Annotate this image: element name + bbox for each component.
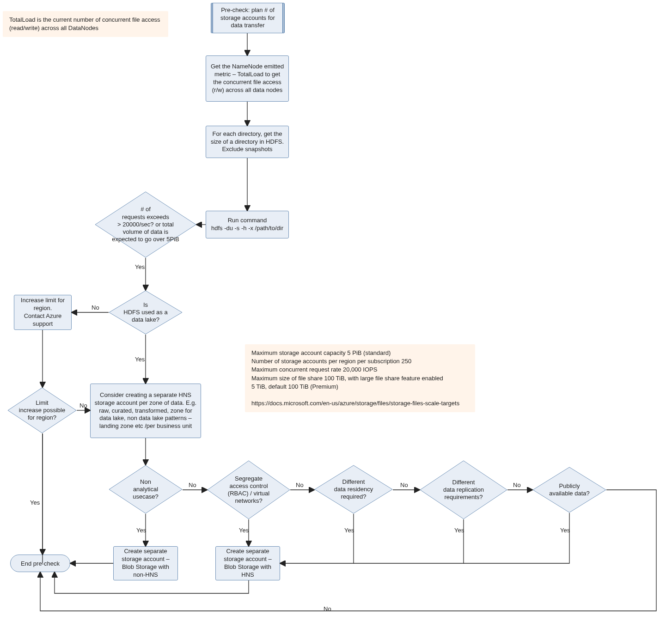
label-yes-4: Yes [136, 527, 146, 534]
box-precheck: Pre-check: plan # of storage accounts fo… [211, 3, 285, 33]
decision-datalake: Is HDFS used as a data lake? [109, 290, 183, 335]
decision-limit-possible: Limit increase possible for region? [7, 387, 77, 433]
box-namenode: Get the NameNode emitted metric – TotalL… [206, 55, 289, 102]
box-dirsize: For each directory, get the size of a di… [206, 126, 289, 158]
label-yes-2: Yes [135, 356, 145, 363]
label-no-4: No [296, 482, 304, 488]
box-create-nonhns: Create separate storage account – Blob S… [113, 546, 178, 580]
label-no-3: No [189, 482, 196, 488]
decision-nonanalytical: Non analytical usecase? [109, 465, 183, 514]
label-no-1: No [92, 304, 99, 311]
label-yes-3: Yes [30, 499, 40, 506]
label-no-2: No [79, 402, 87, 409]
note-totalload: TotalLoad is the current number of concu… [3, 11, 168, 37]
label-yes-8: Yes [560, 527, 570, 534]
decision-segregate: Segregate access control (RBAC) / virtua… [207, 460, 290, 519]
label-no-5: No [400, 482, 408, 488]
decision-replication: Different data replication requirements? [420, 460, 507, 519]
label-no-6: No [513, 482, 521, 488]
decision-residency: Different data residency required? [314, 465, 393, 514]
connectors2 [0, 0, 672, 622]
label-no-7: No [324, 605, 331, 612]
box-increase-limit: Increase limit for region. Contact Azure… [14, 295, 72, 330]
label-yes-1: Yes [135, 263, 145, 270]
connectors [0, 0, 672, 622]
decision-requests: # of requests exceeds > 20000/sec? or to… [95, 191, 196, 258]
label-yes-7: Yes [454, 527, 464, 534]
box-create-hns: Create separate storage account – Blob S… [215, 546, 280, 580]
box-hns-zones: Consider creating a separate HNS storage… [90, 384, 201, 438]
box-runcmd: Run command hdfs -du -s -h -x /path/to/d… [206, 211, 289, 238]
terminator-end: End pre-check [10, 555, 70, 572]
label-yes-5: Yes [239, 527, 249, 534]
decision-public: Publicly available data? [532, 467, 606, 513]
note-limits: Maximum storage account capacity 5 PiB (… [245, 344, 475, 412]
label-yes-6: Yes [344, 527, 354, 534]
